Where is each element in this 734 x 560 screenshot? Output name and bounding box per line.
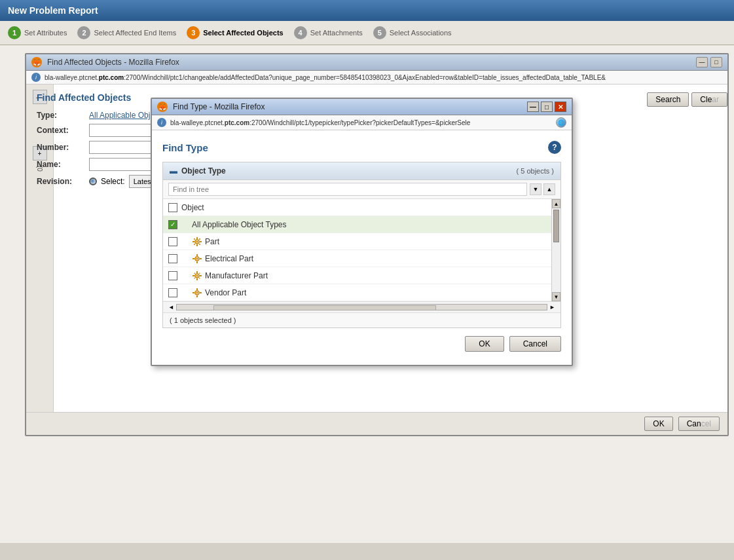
svg-rect-25 [199, 277, 200, 278]
step-4[interactable]: 4 Set Attachments [294, 26, 363, 39]
tree-filter-buttons: ▼ ▲ [530, 183, 555, 195]
selected-count: ( 1 objects selected ) [170, 316, 236, 324]
find-type-popup: 🦊 Find Type - Mozilla Firefox — □ ✕ i [151, 98, 573, 366]
svg-rect-29 [196, 295, 198, 297]
outer-browser-titlebar: 🦊 Find Affected Objects - Mozilla Firefo… [26, 54, 727, 71]
globe-icon: 🌐 [556, 117, 566, 128]
electrical-part-gear-icon [192, 253, 202, 264]
hscroll-left-arrow[interactable]: ◄ [168, 304, 174, 310]
vscroll-thumb[interactable] [553, 210, 559, 242]
minimize-btn[interactable]: — [696, 57, 708, 67]
step-1-label: Set Attributes [24, 29, 67, 37]
tree-row-all-applicable: All Applicable Object Types [163, 216, 551, 233]
popup-firefox-icon: 🦊 [157, 102, 168, 112]
checkbox-manufacturer-part[interactable] [168, 271, 177, 280]
manufacturer-part-gear-icon [192, 271, 202, 281]
checkbox-object[interactable] [168, 203, 177, 212]
step-1[interactable]: 1 Set Attributes [8, 26, 67, 39]
svg-rect-21 [200, 275, 202, 276]
outer-window-bottom-bar: OK Cancel [26, 412, 727, 435]
firefox-icon: 🦊 [31, 57, 42, 67]
maximize-btn[interactable]: □ [710, 57, 722, 67]
tree-scroll-container: Object All Applicable Object Types [163, 199, 560, 301]
filter-up-btn[interactable]: ▲ [543, 183, 555, 195]
checkbox-electrical-part[interactable] [168, 254, 177, 263]
popup-body: Find Type ? ▬ Object Type ( 5 obj [152, 130, 572, 365]
popup-cancel-button[interactable]: Cancel [509, 336, 561, 352]
step-3[interactable]: 3 Select Affected Objects [187, 26, 283, 39]
revision-radio[interactable] [89, 177, 97, 185]
step-5-circle: 5 [373, 26, 386, 39]
svg-rect-9 [199, 243, 201, 245]
popup-minimize-btn[interactable]: — [527, 102, 539, 112]
tree-search-input[interactable] [168, 183, 527, 196]
label-vendor-part: Vendor Part [205, 288, 246, 297]
tree-header: ▬ Object Type ( 5 objects ) [163, 162, 560, 180]
popup-title: Find Type - Mozilla Firefox [173, 102, 522, 111]
tree-row-electrical-part: Electrical Part [163, 250, 551, 267]
revision-label: Revision: [37, 177, 89, 186]
tree-row-vendor-part: Vendor Part [163, 284, 551, 301]
svg-rect-18 [196, 271, 198, 273]
svg-rect-2 [196, 237, 198, 239]
svg-rect-14 [193, 258, 194, 259]
popup-maximize-btn[interactable]: □ [541, 102, 553, 112]
clear-button[interactable]: Clear [691, 92, 727, 107]
checkbox-vendor-part[interactable] [168, 288, 177, 297]
help-icon[interactable]: ? [548, 141, 561, 154]
svg-rect-20 [193, 275, 194, 276]
info-icon: i [31, 73, 41, 82]
step-5[interactable]: 5 Select Associations [373, 26, 452, 39]
step-5-label: Select Associations [390, 29, 452, 37]
vscroll-down-arrow[interactable]: ▼ [552, 292, 560, 301]
step-2[interactable]: 2 Select Affected End Items [77, 26, 176, 39]
popup-window: 🦊 Find Type - Mozilla Firefox — □ ✕ i [151, 98, 573, 366]
svg-rect-28 [196, 288, 198, 290]
form-action-buttons: Search Clear [647, 92, 727, 107]
hscroll-thumb[interactable] [213, 305, 435, 310]
outer-address-text: bla-walleye.ptcnet.ptc.com:2700/Windchil… [45, 74, 606, 81]
browser-window-controls: — □ [696, 57, 722, 67]
hscroll-track[interactable] [176, 304, 547, 310]
outer-ok-button[interactable]: OK [644, 417, 672, 431]
step-4-circle: 4 [294, 26, 307, 39]
svg-rect-24 [194, 277, 195, 278]
outer-browser-title: Find Affected Objects - Mozilla Firefox [47, 58, 691, 67]
svg-rect-3 [196, 244, 198, 246]
tree-row-object: Object [163, 199, 551, 216]
checkbox-part[interactable] [168, 237, 177, 246]
vscroll-up-arrow[interactable]: ▲ [552, 199, 560, 208]
step-3-circle: 3 [187, 26, 200, 39]
svg-rect-31 [200, 292, 202, 293]
app-header: New Problem Report [0, 0, 734, 21]
svg-rect-7 [199, 238, 201, 240]
objects-count: ( 5 objects ) [517, 167, 554, 175]
popup-close-btn[interactable]: ✕ [555, 102, 566, 112]
tree-hscrollbar[interactable]: ◄ ► [163, 301, 560, 312]
form-area: Find Affected Objects Type: All Applicab… [26, 84, 727, 412]
label-electrical-part: Electrical Part [205, 254, 253, 263]
tree-vscrollbar[interactable]: ▲ ▼ [551, 199, 560, 301]
popup-ok-button[interactable]: OK [465, 336, 504, 352]
svg-rect-22 [194, 272, 195, 274]
svg-rect-8 [194, 243, 196, 245]
window-body: — + (0 Find Affected Objects Type: All A… [26, 84, 727, 412]
checkbox-all-applicable[interactable] [168, 220, 177, 229]
label-part: Part [205, 237, 219, 246]
svg-rect-30 [193, 292, 194, 293]
search-button[interactable]: Search [647, 92, 689, 107]
type-label: Type: [37, 111, 89, 120]
main-content: 🦊 Find Affected Objects - Mozilla Firefo… [0, 45, 734, 543]
svg-rect-13 [196, 261, 198, 263]
popup-titlebar: 🦊 Find Type - Mozilla Firefox — □ ✕ [152, 99, 572, 115]
popup-actions: OK Cancel [162, 328, 561, 354]
step-1-circle: 1 [8, 26, 21, 39]
hscroll-right-arrow[interactable]: ► [549, 304, 555, 310]
tree-panel: ▬ Object Type ( 5 objects ) ▼ ▲ [162, 162, 561, 328]
tree-row-manufacturer-part: Manufacturer Part [163, 267, 551, 284]
outer-cancel-button[interactable]: Cancel [678, 417, 720, 431]
filter-down-btn[interactable]: ▼ [530, 183, 541, 195]
section-title: Object Type [181, 166, 513, 176]
collapse-btn[interactable]: ▬ [170, 166, 177, 176]
app-title: New Problem Report [8, 5, 98, 16]
